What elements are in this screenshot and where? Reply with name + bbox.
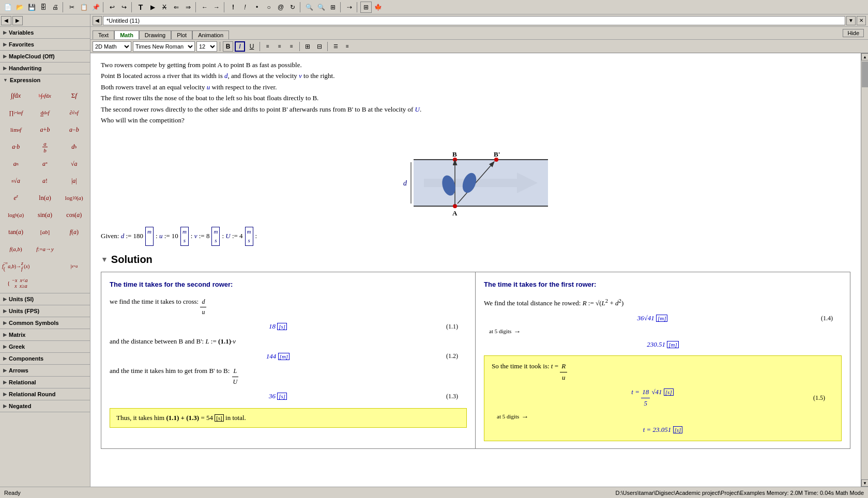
- arrow-mode-button[interactable]: ▶: [147, 2, 158, 13]
- copy-button[interactable]: 📋: [78, 2, 89, 13]
- expr-log10[interactable]: log10(a): [60, 190, 88, 206]
- expression-header[interactable]: ▼ Expression: [0, 74, 90, 86]
- mode-tab-animation[interactable]: Animation: [192, 30, 229, 39]
- bold-button[interactable]: B: [223, 41, 233, 52]
- maple-button[interactable]: 🍁: [372, 2, 384, 13]
- cut-button[interactable]: ✂: [66, 2, 78, 13]
- expr-sqrt[interactable]: √a: [60, 155, 88, 172]
- scroll-down-button[interactable]: ▼: [861, 479, 868, 487]
- indent-right-button[interactable]: ⇒: [182, 2, 194, 13]
- units-si-header[interactable]: ▶ Units (SI): [0, 293, 90, 305]
- negated-header[interactable]: ▶ Negated: [0, 400, 90, 412]
- open-button[interactable]: 📂: [14, 2, 25, 13]
- expr-partial[interactable]: ∂∂xf: [60, 104, 88, 121]
- expr-exp[interactable]: ez: [2, 190, 30, 206]
- expr-integral-limits[interactable]: b∫afdx: [31, 87, 59, 104]
- list-bullet-button[interactable]: ☰: [330, 41, 341, 52]
- handwriting-header[interactable]: ▶ Handwriting: [0, 63, 90, 74]
- expr-arrow-func[interactable]: f:=a→y: [31, 241, 59, 257]
- expr-logb[interactable]: logb(a): [2, 207, 30, 223]
- expr-power[interactable]: db: [60, 138, 88, 155]
- maplecloud-header[interactable]: ▶ MapleCloud (Off): [0, 51, 90, 62]
- expr-product[interactable]: ∏i=knf: [2, 104, 30, 121]
- expr-integral[interactable]: ∫f dx: [2, 87, 30, 104]
- expr-factorial[interactable]: a!: [31, 173, 59, 189]
- expr-eval[interactable]: |x=a: [60, 258, 88, 274]
- doc-area[interactable]: Two rowers compete by getting from point…: [90, 53, 861, 487]
- bullet-button[interactable]: •: [251, 2, 263, 13]
- expr-func2[interactable]: f(a,b): [2, 241, 30, 257]
- components-header[interactable]: ▶ Components: [0, 353, 90, 364]
- expr-nthroot[interactable]: n√a: [2, 173, 30, 189]
- expr-func3[interactable]: f:=(a,b)→z f(x): [2, 258, 30, 274]
- greek-header[interactable]: ▶ Greek: [0, 341, 90, 352]
- expr-piecewise[interactable]: { −x x<a x x≥a: [2, 275, 88, 291]
- mode-tab-text[interactable]: Text: [93, 30, 114, 39]
- expr-abs[interactable]: |a|: [60, 173, 88, 189]
- expr-plus[interactable]: a+b: [31, 121, 59, 138]
- mode-tab-drawing[interactable]: Drawing: [139, 30, 171, 39]
- align-right-button[interactable]: ≡: [286, 41, 297, 52]
- mode-tab-plot[interactable]: Plot: [171, 30, 192, 39]
- expr-limit[interactable]: limaf: [2, 121, 30, 138]
- doc-close-button[interactable]: ✕: [857, 16, 866, 25]
- bold-marker-button[interactable]: !: [227, 2, 239, 13]
- underline-button[interactable]: U: [247, 41, 257, 52]
- zoom-out-button[interactable]: 🔍: [315, 2, 327, 13]
- doc-back-button[interactable]: ◀: [93, 16, 102, 25]
- redo-button[interactable]: ↪: [118, 2, 130, 13]
- paste-button[interactable]: 📌: [90, 2, 101, 13]
- expr-minus[interactable]: a−b: [60, 121, 88, 138]
- align-left-button[interactable]: ≡: [263, 41, 273, 52]
- expr-frac[interactable]: ab: [31, 138, 59, 155]
- expr-subscript2[interactable]: a*: [31, 155, 59, 172]
- insert-section-button[interactable]: ⊟: [314, 41, 325, 52]
- expr-vector[interactable]: [ab]: [31, 224, 59, 240]
- circle-button[interactable]: ○: [263, 2, 275, 13]
- zoom-in-button[interactable]: 🔍: [303, 2, 315, 13]
- variables-header[interactable]: ▶ Variables: [0, 27, 90, 38]
- matrix-header[interactable]: ▶ Matrix: [0, 329, 90, 340]
- hide-button[interactable]: Hide: [843, 29, 864, 37]
- italic-button[interactable]: I: [235, 41, 245, 52]
- indent-left-button[interactable]: ⇐: [171, 2, 182, 13]
- saveall-button[interactable]: 🗄: [38, 2, 49, 13]
- undo-button[interactable]: ↩: [106, 2, 118, 13]
- text-mode-button[interactable]: T: [135, 2, 146, 13]
- print-button[interactable]: 🖨: [50, 2, 61, 13]
- expr-deriv[interactable]: ddxf: [31, 104, 59, 121]
- crossout-button[interactable]: X: [159, 2, 170, 13]
- export-button[interactable]: ⇢: [344, 2, 355, 13]
- panel-nav-left[interactable]: ◀: [1, 16, 11, 25]
- new-button[interactable]: 📄: [2, 2, 13, 13]
- save-button[interactable]: 💾: [26, 2, 37, 13]
- italic-marker-button[interactable]: !: [239, 2, 251, 13]
- panel-nav-right[interactable]: ▶: [12, 16, 23, 25]
- expr-func[interactable]: f(a): [60, 224, 88, 240]
- common-symbols-header[interactable]: ▶ Common Symbols: [0, 317, 90, 329]
- favorites-header[interactable]: ▶ Favorites: [0, 39, 90, 50]
- arrow-left-button[interactable]: ←: [199, 2, 210, 13]
- arrow-right-button[interactable]: →: [211, 2, 222, 13]
- scroll-thumb[interactable]: [862, 61, 868, 87]
- math-style-select[interactable]: 2D Math: [93, 41, 131, 52]
- relational-header[interactable]: ▶ Relational: [0, 377, 90, 388]
- mode-tab-math[interactable]: Math: [114, 30, 139, 39]
- expr-multiply[interactable]: a·b: [2, 138, 30, 155]
- list-number-button[interactable]: ≡: [342, 41, 353, 52]
- loop-button[interactable]: ↻: [287, 2, 298, 13]
- font-size-select[interactable]: 12: [196, 41, 217, 52]
- zoom-fit-button[interactable]: ⊞: [327, 2, 339, 13]
- expr-tan[interactable]: tan(a): [2, 224, 30, 240]
- grid-button[interactable]: ⊞: [360, 2, 372, 13]
- expr-ln[interactable]: ln(a): [31, 190, 59, 206]
- doc-dropdown-button[interactable]: ▼: [846, 16, 856, 25]
- align-center-button[interactable]: ≡: [275, 41, 285, 52]
- expr-sin[interactable]: sin(a): [31, 207, 59, 223]
- relational-round-header[interactable]: ▶ Relational Round: [0, 388, 90, 400]
- expr-cos[interactable]: cos(a): [60, 207, 88, 223]
- arrows-header[interactable]: ▶ Arrows: [0, 365, 90, 376]
- insert-table-button[interactable]: ⊞: [302, 41, 313, 52]
- expr-sum[interactable]: Σf: [60, 87, 88, 104]
- expr-subscript[interactable]: an: [2, 155, 30, 172]
